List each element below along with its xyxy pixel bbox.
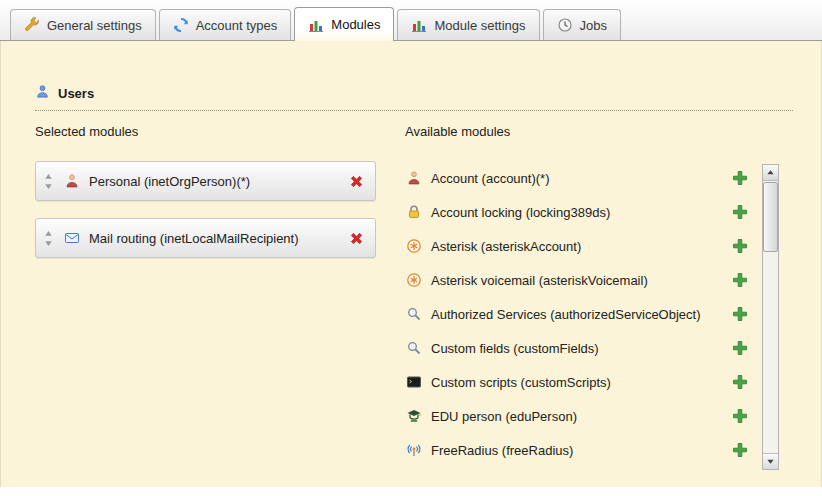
graduate-icon bbox=[405, 408, 422, 424]
scrollbar-thumb[interactable] bbox=[763, 182, 778, 252]
mail-icon bbox=[63, 230, 80, 246]
lock-icon bbox=[405, 204, 422, 220]
available-module-row-authorized-services: Authorized Services (authorizedServiceOb… bbox=[405, 297, 757, 331]
delete-x-icon bbox=[348, 173, 365, 190]
tab-label: Jobs bbox=[580, 18, 607, 33]
add-plus-icon bbox=[732, 306, 748, 322]
account-types-icon bbox=[173, 17, 189, 33]
delete-x-icon bbox=[348, 230, 365, 247]
arrow-up-icon bbox=[766, 168, 775, 177]
add-module-button[interactable] bbox=[732, 204, 749, 221]
add-module-button[interactable] bbox=[732, 272, 749, 289]
add-module-button[interactable] bbox=[732, 170, 749, 187]
available-module-row-account-locking: Account locking (locking389ds) bbox=[405, 195, 757, 229]
selected-modules-column: Selected modules Personal (inetOrgPerson… bbox=[35, 124, 376, 275]
available-module-row-custom-fields: Custom fields (customFields) bbox=[405, 331, 757, 365]
module-settings-chart-icon bbox=[411, 17, 427, 33]
add-plus-icon bbox=[732, 408, 748, 424]
tab-bar: General settings Account types Modules M… bbox=[0, 0, 822, 41]
available-modules-scrollbar[interactable] bbox=[762, 164, 779, 470]
person-icon bbox=[63, 173, 80, 189]
terminal-icon bbox=[405, 374, 422, 390]
clock-icon bbox=[557, 17, 573, 33]
modules-panel: Users Selected modules Personal (inetOrg… bbox=[0, 41, 822, 487]
add-module-button[interactable] bbox=[732, 340, 749, 357]
available-module-label: Asterisk (asteriskAccount) bbox=[431, 239, 723, 254]
add-module-button[interactable] bbox=[732, 442, 749, 459]
available-module-label: Account (account)(*) bbox=[431, 171, 723, 186]
magnifier-icon bbox=[405, 306, 422, 322]
arrow-down-icon bbox=[766, 457, 775, 466]
modules-chart-icon bbox=[308, 17, 324, 33]
available-modules-list: Account (account)(*) Account locking (lo… bbox=[405, 161, 757, 467]
available-module-row-edu-person: EDU person (eduPerson) bbox=[405, 399, 757, 433]
add-plus-icon bbox=[732, 272, 748, 288]
tab-general-settings[interactable]: General settings bbox=[10, 9, 156, 40]
asterisk-icon bbox=[405, 272, 422, 288]
add-plus-icon bbox=[732, 238, 748, 254]
tab-label: Modules bbox=[331, 17, 380, 32]
available-module-row-asterisk: Asterisk (asteriskAccount) bbox=[405, 229, 757, 263]
tab-module-settings[interactable]: Module settings bbox=[397, 9, 539, 40]
selected-modules-heading: Selected modules bbox=[35, 124, 376, 139]
available-module-label: Custom scripts (customScripts) bbox=[431, 375, 723, 390]
available-module-label: Asterisk voicemail (asteriskVoicemail) bbox=[431, 273, 723, 288]
available-modules-column: Available modules Account (account)(*) A… bbox=[405, 124, 779, 467]
selected-module-row-mail-routing[interactable]: Mail routing (inetLocalMailRecipient) bbox=[35, 218, 376, 258]
add-plus-icon bbox=[732, 442, 748, 458]
add-module-button[interactable] bbox=[732, 374, 749, 391]
add-plus-icon bbox=[732, 374, 748, 390]
add-plus-icon bbox=[732, 170, 748, 186]
drag-handle-icon[interactable] bbox=[44, 174, 54, 189]
user-icon bbox=[35, 84, 50, 102]
remove-module-button[interactable] bbox=[348, 172, 366, 190]
available-module-label: EDU person (eduPerson) bbox=[431, 409, 723, 424]
available-modules-heading: Available modules bbox=[405, 124, 779, 139]
available-module-row-asterisk-voicemail: Asterisk voicemail (asteriskVoicemail) bbox=[405, 263, 757, 297]
tab-label: Module settings bbox=[434, 18, 525, 33]
wrench-icon bbox=[24, 17, 40, 33]
available-module-label: Account locking (locking389ds) bbox=[431, 205, 723, 220]
selected-module-label: Mail routing (inetLocalMailRecipient) bbox=[89, 231, 339, 246]
scrollbar-up-button[interactable] bbox=[763, 165, 778, 181]
selected-module-row-personal[interactable]: Personal (inetOrgPerson)(*) bbox=[35, 161, 376, 201]
available-module-label: Authorized Services (authorizedServiceOb… bbox=[431, 307, 723, 322]
available-module-row-account: Account (account)(*) bbox=[405, 161, 757, 195]
selected-module-label: Personal (inetOrgPerson)(*) bbox=[89, 174, 339, 189]
section-title: Users bbox=[58, 86, 94, 101]
available-module-row-custom-scripts: Custom scripts (customScripts) bbox=[405, 365, 757, 399]
available-module-label: Custom fields (customFields) bbox=[431, 341, 723, 356]
available-module-label: FreeRadius (freeRadius) bbox=[431, 443, 723, 458]
add-module-button[interactable] bbox=[732, 306, 749, 323]
tab-account-types[interactable]: Account types bbox=[159, 9, 292, 40]
tab-jobs[interactable]: Jobs bbox=[543, 9, 621, 40]
add-plus-icon bbox=[732, 204, 748, 220]
tab-label: Account types bbox=[196, 18, 278, 33]
asterisk-icon bbox=[405, 238, 422, 254]
tab-label: General settings bbox=[47, 18, 142, 33]
available-module-row-freeradius: FreeRadius (freeRadius) bbox=[405, 433, 757, 467]
add-module-button[interactable] bbox=[732, 238, 749, 255]
add-plus-icon bbox=[732, 340, 748, 356]
person-icon bbox=[405, 170, 422, 186]
drag-handle-icon[interactable] bbox=[44, 231, 54, 246]
scrollbar-down-button[interactable] bbox=[763, 453, 778, 469]
magnifier-icon bbox=[405, 340, 422, 356]
users-section-header: Users bbox=[35, 84, 793, 111]
tab-modules[interactable]: Modules bbox=[294, 7, 394, 41]
remove-module-button[interactable] bbox=[348, 229, 366, 247]
add-module-button[interactable] bbox=[732, 408, 749, 425]
antenna-icon bbox=[405, 442, 422, 458]
